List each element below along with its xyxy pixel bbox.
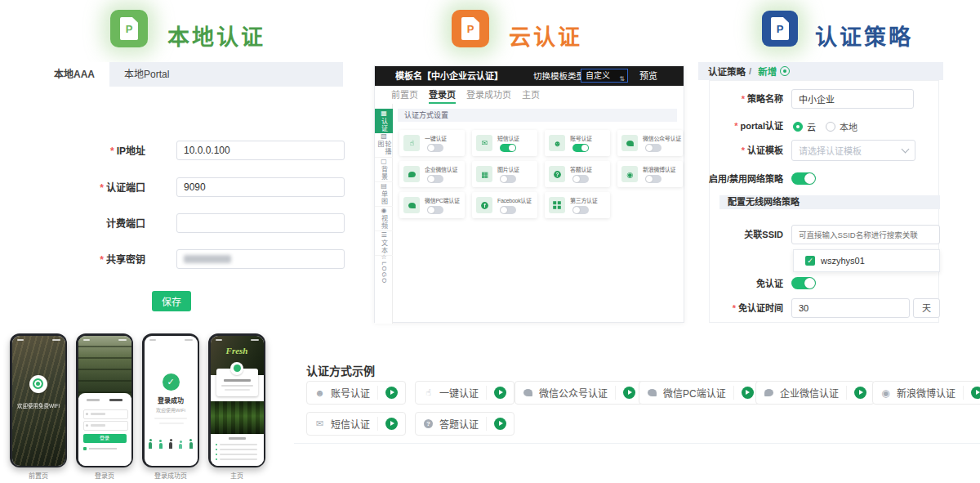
tab-login-success-page[interactable]: 登录成功页 <box>466 87 511 104</box>
method-toggle[interactable] <box>645 144 662 152</box>
example-chip-sms[interactable]: 短信认证 <box>306 412 406 436</box>
method-card: Facebook认证 <box>472 192 537 218</box>
method-toggle[interactable] <box>572 144 589 152</box>
cloud-auth-icon: P <box>452 10 489 47</box>
radio-icon[interactable] <box>793 122 803 132</box>
form-row-auth-port: *认证端口 <box>24 177 327 199</box>
time-unit-box[interactable]: 天 <box>913 298 940 318</box>
play-icon[interactable] <box>742 387 754 399</box>
auth-template-label: *认证模板 <box>742 140 783 161</box>
sidebar-item-single-image[interactable]: ▤单图 <box>375 182 393 207</box>
example-chip-one-click[interactable]: 一键认证 <box>415 381 514 405</box>
ssid-label: 关联SSID <box>744 225 783 244</box>
auth-port-field[interactable] <box>176 177 345 197</box>
auth-template-select[interactable]: 请选择认证模板 <box>791 140 915 161</box>
play-icon[interactable] <box>385 387 398 399</box>
method-toggle[interactable] <box>645 175 662 183</box>
document-p-icon: P <box>771 17 789 40</box>
auth-policy-title: 认证策略 <box>815 20 913 51</box>
breadcrumb-base: 认证策略 <box>708 65 746 78</box>
phone-caption: 前置页 <box>10 471 67 480</box>
sidebar-item-background[interactable]: ▢背景 <box>375 158 393 182</box>
save-button[interactable]: 保存 <box>152 291 191 311</box>
billing-port-field[interactable] <box>176 213 345 233</box>
method-toggle[interactable] <box>500 144 516 152</box>
method-card: 账号认证 <box>545 130 610 156</box>
phone-mockup-pre-page: 欢迎使用免费WiFi <box>10 333 67 467</box>
method-toggle[interactable] <box>500 175 516 183</box>
policy-row-auth-free: 免认证 <box>710 277 940 290</box>
password-input <box>83 421 128 431</box>
method-toggle[interactable] <box>427 144 443 152</box>
aisle-photo <box>211 401 264 434</box>
cloud-template-editor: 模板名【中小企业云认证】 切换模板类型: 自定义 ⇅ 预览 前置页 登录页 登录… <box>374 65 684 323</box>
method-toggle[interactable] <box>427 175 443 183</box>
logo-star-icon: ☆ <box>381 254 386 261</box>
phone-mockup-success-page: ✓ 登录成功 欢迎使用WiFi <box>142 333 199 467</box>
preview-button[interactable]: 预览 <box>639 66 657 86</box>
radio-icon[interactable] <box>826 122 835 132</box>
sms-icon <box>476 135 492 151</box>
example-chip-wecom[interactable]: 企业微信认证 <box>755 381 875 405</box>
example-chip-weibo[interactable]: 新浪微博认证 <box>872 381 980 405</box>
play-icon[interactable] <box>385 418 398 430</box>
tab-home-page[interactable]: 主页 <box>522 87 540 104</box>
checkbox-checked-icon[interactable]: ✓ <box>805 256 815 266</box>
radio-cloud[interactable]: 云 <box>793 120 816 133</box>
example-chip-wechat-pc[interactable]: 微信PC端认证 <box>639 381 762 405</box>
quiz-icon <box>549 166 565 182</box>
auth-port-label: *认证端口 <box>100 177 145 199</box>
play-icon[interactable] <box>494 418 506 430</box>
ip-field[interactable] <box>176 141 345 160</box>
tab-local-aaa[interactable]: 本地AAA <box>39 62 109 87</box>
sidebar-item-video[interactable]: ◉视频 <box>375 207 393 231</box>
sidebar-item-logo[interactable]: ☆LOGO <box>375 256 393 282</box>
template-type-select[interactable]: 自定义 ⇅ <box>581 69 628 83</box>
template-name: 模板名【中小企业云认证】 <box>395 66 503 86</box>
ssid-option[interactable]: wszyhys01 <box>821 256 865 266</box>
local-auth-icon: P <box>110 10 148 47</box>
play-icon[interactable] <box>854 387 866 399</box>
method-toggle[interactable] <box>572 175 589 183</box>
local-tabbar: 本地AAA 本地Portal <box>39 62 343 87</box>
tab-local-portal[interactable]: 本地Portal <box>109 62 184 87</box>
success-text: 登录成功 <box>145 396 198 405</box>
account-icon <box>549 135 565 151</box>
play-icon[interactable] <box>494 387 506 399</box>
brand-logo <box>29 375 47 393</box>
breadcrumb-divider: / <box>749 66 751 76</box>
tab-login-page[interactable]: 登录页 <box>429 87 456 104</box>
auth-free-time-field[interactable] <box>791 298 910 318</box>
policy-name-label: *策略名称 <box>742 89 783 109</box>
sidebar-item-auth[interactable]: ▦认证 <box>375 109 393 133</box>
example-chip-account[interactable]: 账号认证 <box>306 381 406 405</box>
policy-form: *策略名称 *portal认证 云 本地 *认证模板 请选择认证模板 启用/禁用… <box>709 80 939 323</box>
radio-local[interactable]: 本地 <box>826 120 858 133</box>
method-toggle[interactable] <box>500 206 516 214</box>
example-chip-wechat[interactable]: 微信公众号认证 <box>514 381 644 405</box>
redacted-value <box>184 255 231 263</box>
method-toggle[interactable] <box>427 206 443 214</box>
document-p-icon: P <box>120 17 138 40</box>
play-icon[interactable] <box>623 387 635 399</box>
shared-key-field[interactable] <box>176 249 345 269</box>
ip-label: *IP地址 <box>110 141 145 162</box>
ssid-search-input[interactable] <box>791 225 940 244</box>
network-policy-toggle[interactable] <box>791 172 816 185</box>
login-tab-active <box>109 399 122 401</box>
status-bar <box>12 338 65 342</box>
example-chip-quiz[interactable]: 答题认证 <box>415 412 514 436</box>
play-icon[interactable] <box>971 387 980 399</box>
policy-row-ssid: 关联SSID <box>710 225 940 244</box>
method-toggle[interactable] <box>572 206 589 214</box>
sidebar-item-carousel[interactable]: ▧轮播图 <box>375 133 393 158</box>
policy-name-field[interactable] <box>791 89 914 109</box>
tab-pre-page[interactable]: 前置页 <box>391 87 418 104</box>
sidebar-item-text[interactable]: ☰文本 <box>375 231 393 256</box>
account-icon <box>314 387 325 398</box>
auth-free-toggle[interactable] <box>791 277 816 289</box>
examples-title: 认证方式示例 <box>306 362 375 378</box>
login-tabs <box>87 399 122 401</box>
text-icon: ☰ <box>381 232 386 239</box>
breadcrumb-new-link[interactable]: 新增 <box>758 65 777 78</box>
